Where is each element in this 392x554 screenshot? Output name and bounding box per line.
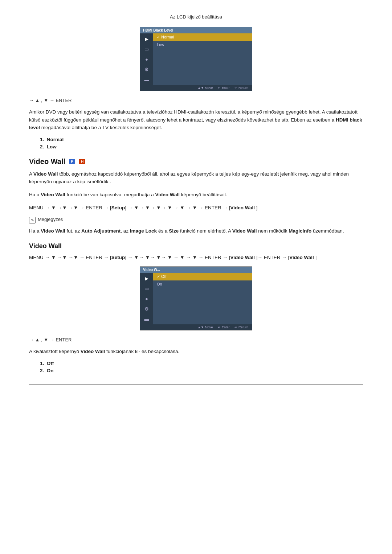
- paragraph-2: A Video Wall több, egymáshoz kapcsolódó …: [29, 170, 363, 186]
- paragraph-4: Ha a Video Wall fut, az Auto Adjustment,…: [29, 227, 363, 235]
- footer-move: ▲▼ Move: [197, 86, 213, 90]
- list-item-normal: 1. Normal: [40, 137, 363, 142]
- menu-path-2: MENU → ▼ →▼ →▼ → ENTER → [Setup] → ▼→ ▼→…: [29, 254, 363, 262]
- footer-enter: ↵ Enter: [218, 86, 229, 90]
- vwall-icon-0: ▶: [143, 275, 151, 282]
- bottom-rule: [29, 384, 363, 385]
- paragraph-1: Amikor DVD vagy beltéri egység van csatl…: [29, 108, 363, 132]
- footer-return: ↩ Return: [234, 86, 248, 90]
- hdmi-menu-low[interactable]: Low: [153, 41, 252, 48]
- badge-h: H: [79, 159, 85, 164]
- vwall-icon-3: ⚙: [143, 305, 151, 312]
- page-container: Az LCD kijelző beállítása HDMI Black Lev…: [0, 0, 392, 399]
- hdmi-menu-normal[interactable]: ✓ Normal: [153, 33, 252, 41]
- note-label: Megjegyzés: [38, 217, 63, 222]
- vwall-icons: ▶ ▭ ● ⚙ ▬: [140, 273, 153, 324]
- nav-line-1: → ▲ , ▼ → ENTER: [29, 98, 363, 103]
- vwall-menu-off[interactable]: ✓ Off: [153, 273, 252, 280]
- vwall-footer-enter: ↵ Enter: [218, 325, 229, 329]
- icon-4: ▬: [143, 76, 151, 83]
- hdmi-sidebar: ▶ ▭ ● ⚙ ▬ ✓ Normal Low: [140, 33, 252, 85]
- page-header: Az LCD kijelző beállítása: [29, 14, 363, 20]
- paragraph-3: Ha a Video Wall funkció be van kapcsolva…: [29, 191, 363, 199]
- vwall-title-bar: Video W...: [140, 267, 252, 273]
- video-wall-sub-heading: Video Wall: [29, 242, 363, 250]
- note-block: ✎ Megjegyzés: [29, 217, 363, 223]
- note-icon: ✎: [29, 217, 36, 223]
- hdmi-monitor: HDMI Black Level ▶ ▭ ● ⚙ ▬ ✓ Normal Low …: [140, 27, 252, 91]
- list-item-low: 2. Low: [40, 144, 363, 149]
- vwall-menu: ✓ Off On: [153, 273, 252, 324]
- icon-2: ●: [143, 56, 151, 62]
- vwall-monitor: Video W... ▶ ▭ ● ⚙ ▬ ✓ Off On ▲▼ Move ↵ …: [140, 266, 252, 331]
- hdmi-icons: ▶ ▭ ● ⚙ ▬: [140, 33, 153, 85]
- menu-path-1: MENU → ▼ →▼ →▼ → ENTER → [Setup] → ▼→ ▼→…: [29, 204, 363, 212]
- vwall-footer: ▲▼ Move ↵ Enter ↩ Return: [140, 324, 252, 330]
- hdmi-footer: ▲▼ Move ↵ Enter ↩ Return: [140, 85, 252, 91]
- hdmi-menu: ✓ Normal Low: [153, 33, 252, 85]
- hdmi-title-bar: HDMI Black Level: [140, 27, 252, 33]
- list-item-on: 2. On: [40, 368, 363, 373]
- hdmi-screen-image: HDMI Black Level ▶ ▭ ● ⚙ ▬ ✓ Normal Low …: [29, 27, 363, 91]
- video-wall-title: Video Wall: [29, 157, 65, 166]
- list-item-off: 1. Off: [40, 361, 363, 366]
- icon-3: ⚙: [143, 66, 151, 73]
- vwall-screen-image: Video W... ▶ ▭ ● ⚙ ▬ ✓ Off On ▲▼ Move ↵ …: [29, 266, 363, 331]
- icon-0: ▶: [143, 36, 151, 42]
- vwall-icon-4: ▬: [143, 316, 151, 322]
- vwall-icon-2: ●: [143, 295, 151, 302]
- icon-1: ▭: [143, 46, 151, 52]
- vwall-icon-1: ▭: [143, 285, 151, 292]
- vwall-sidebar: ▶ ▭ ● ⚙ ▬ ✓ Off On: [140, 273, 252, 324]
- video-wall-heading: Video Wall P H: [29, 157, 363, 166]
- paragraph-5: A kiválasztott képernyő Video Wall funkc…: [29, 348, 363, 356]
- vwall-footer-return: ↩ Return: [234, 325, 248, 329]
- vwall-footer-move: ▲▼ Move: [197, 325, 213, 329]
- top-rule: [29, 11, 363, 11]
- badge-p: P: [69, 159, 75, 164]
- vwall-menu-on[interactable]: On: [153, 280, 252, 288]
- nav-line-2: → ▲ , ▼ → ENTER: [29, 337, 363, 342]
